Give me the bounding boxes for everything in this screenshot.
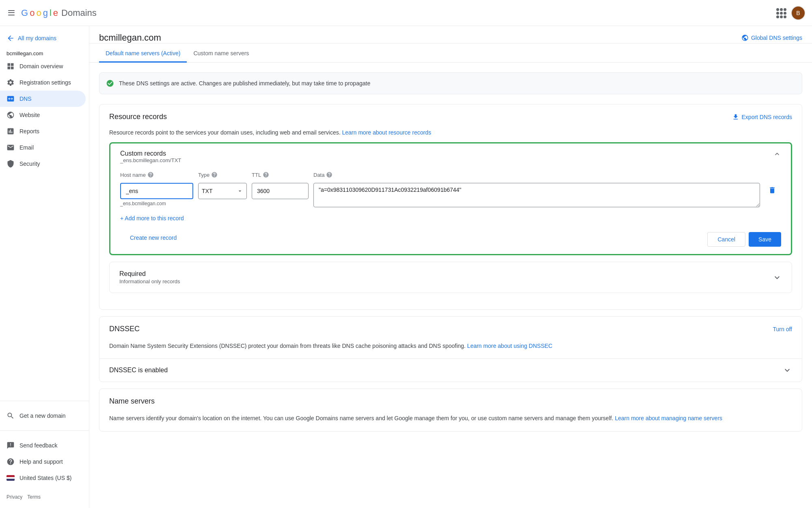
save-cancel-group: Cancel Save <box>707 232 781 247</box>
sidebar-item-label: Email <box>19 144 34 151</box>
sidebar-bottom-2: Send feedback Help and support United St… <box>0 434 89 489</box>
data-cell: "a=0x983110309620D911731Ac0932219af06091… <box>313 183 760 208</box>
dnssec-card: DNSSEC Turn off Domain Name System Secur… <box>99 316 802 382</box>
host-input[interactable] <box>120 183 193 199</box>
menu-icon[interactable] <box>6 8 16 18</box>
resource-records-description: Resource records point to the services y… <box>109 129 792 136</box>
name-servers-body: Name servers identify your domain's loca… <box>99 414 802 431</box>
turn-off-button[interactable]: Turn off <box>773 326 792 332</box>
dnssec-enabled-row[interactable]: DNSSEC is enabled <box>99 358 802 382</box>
data-input[interactable]: "a=0x983110309620D911731Ac0932219af06091… <box>313 183 760 207</box>
card-actions: Create new record Cancel Save <box>110 228 791 254</box>
logo-o1: o <box>30 8 35 18</box>
data-help-icon[interactable] <box>326 172 333 178</box>
save-button[interactable]: Save <box>749 232 781 247</box>
logo-o2: o <box>36 8 41 18</box>
sidebar-item-email[interactable]: Email <box>0 139 86 156</box>
logo: Google Domains <box>21 8 97 18</box>
type-select[interactable]: TXT A AAAA CNAME MX <box>198 183 247 199</box>
required-title: Required <box>119 270 180 278</box>
main-content: bcmillegan.com Global DNS settings Defau… <box>89 26 812 508</box>
dnssec-body: Domain Name System Security Extensions (… <box>99 341 802 358</box>
domain-title: bcmillegan.com <box>99 33 161 43</box>
ttl-cell <box>252 183 309 199</box>
resource-records-header: Resource records Export DNS records <box>99 104 802 129</box>
help-icon <box>6 458 15 466</box>
record-row: _ens.bcmillegan.com TXT A AAAA CNAME MX <box>110 180 791 212</box>
ttl-input[interactable] <box>252 183 309 199</box>
topbar: Google Domains B <box>0 0 812 26</box>
tab-default-nameservers[interactable]: Default name servers (Active) <box>99 43 187 63</box>
sidebar-item-send-feedback[interactable]: Send feedback <box>0 437 86 454</box>
action-column-header <box>765 172 781 178</box>
sidebar-item-label: Registration settings <box>19 79 71 86</box>
collapse-icon[interactable] <box>773 150 781 159</box>
add-more-link[interactable]: + Add more to this record <box>120 215 781 221</box>
terms-link[interactable]: Terms <box>27 494 41 500</box>
main-header: bcmillegan.com Global DNS settings <box>89 26 812 43</box>
export-label: Export DNS records <box>742 114 792 120</box>
host-cell: _ens.bcmillegan.com <box>120 183 193 206</box>
sidebar-item-label: Reports <box>19 128 39 135</box>
learn-more-records-link[interactable]: Learn more about resource records <box>342 129 431 136</box>
sidebar-item-locale[interactable]: United States (US $) <box>0 470 86 486</box>
sidebar-domain: bcmillegan.com <box>0 47 89 58</box>
ttl-help-icon[interactable] <box>263 172 269 178</box>
host-help-icon[interactable] <box>147 172 154 178</box>
sidebar-item-domain-overview[interactable]: Domain overview <box>0 58 86 74</box>
data-column-header: Data <box>313 172 760 178</box>
host-hint: _ens.bcmillegan.com <box>120 201 193 206</box>
create-new-record-link[interactable]: Create new record <box>120 231 186 247</box>
cancel-button[interactable]: Cancel <box>707 232 745 247</box>
sidebar-item-security[interactable]: Security <box>0 156 86 172</box>
apps-icon[interactable] <box>776 8 786 18</box>
type-help-icon[interactable] <box>211 172 218 178</box>
logo-g: G <box>21 8 28 18</box>
logo-domains: Domains <box>61 8 97 18</box>
name-servers-learn-more-link[interactable]: Learn more about managing name servers <box>615 415 722 421</box>
flag-icon <box>6 474 15 482</box>
action-cell <box>765 183 781 198</box>
export-icon <box>732 113 739 121</box>
web-icon <box>6 111 15 119</box>
dns-alert: These DNS settings are active. Changes a… <box>99 72 802 94</box>
globe-icon <box>741 34 749 41</box>
back-link[interactable]: All my domains <box>0 29 89 47</box>
required-records-card: Required Informational only records <box>109 262 792 293</box>
tabs: Default name servers (Active) Custom nam… <box>89 43 812 63</box>
sidebar-item-website[interactable]: Website <box>0 107 86 123</box>
sidebar-item-label: Website <box>19 112 40 118</box>
tab-custom-nameservers[interactable]: Custom name servers <box>187 43 255 63</box>
sidebar-item-registration[interactable]: Registration settings <box>0 74 86 91</box>
chevron-up-icon <box>773 150 781 158</box>
sidebar-item-dns[interactable]: DNS <box>0 91 86 107</box>
avatar[interactable]: B <box>791 6 806 20</box>
global-dns-label: Global DNS settings <box>751 35 802 41</box>
sidebar-item-label: United States (US $) <box>19 475 71 481</box>
logo-g2: g <box>43 8 48 18</box>
required-subtitle: Informational only records <box>119 278 180 284</box>
feedback-icon <box>6 441 15 449</box>
custom-records-title-block: Custom records _ens.bcmillegan.com/TXT <box>120 150 181 163</box>
delete-record-button[interactable] <box>765 183 780 198</box>
required-records-row[interactable]: Required Informational only records <box>110 262 792 293</box>
sidebar-item-get-domain[interactable]: Get a new domain <box>0 408 86 424</box>
dnssec-learn-more-link[interactable]: Learn more about using DNSSEC <box>467 343 553 349</box>
sidebar-item-reports[interactable]: Reports <box>0 123 86 139</box>
bar-chart-icon <box>6 127 15 135</box>
sidebar-item-label: Help and support <box>19 458 63 465</box>
global-dns-link[interactable]: Global DNS settings <box>741 34 802 41</box>
type-cell: TXT A AAAA CNAME MX <box>198 183 247 199</box>
export-dns-link[interactable]: Export DNS records <box>732 113 792 121</box>
topbar-right: B <box>776 6 806 20</box>
sidebar-item-label: DNS <box>19 96 32 102</box>
privacy-link[interactable]: Privacy <box>6 494 22 500</box>
email-icon <box>6 143 15 152</box>
layout: All my domains bcmillegan.com Domain ove… <box>0 26 812 508</box>
dnssec-enabled-title: DNSSEC is enabled <box>109 367 168 374</box>
alert-text: These DNS settings are active. Changes a… <box>119 80 370 87</box>
shield-icon <box>6 160 15 168</box>
sidebar-item-help[interactable]: Help and support <box>0 454 86 470</box>
logo-l: l <box>50 8 52 18</box>
resource-records-card: Resource records Export DNS records Reso… <box>99 104 802 310</box>
